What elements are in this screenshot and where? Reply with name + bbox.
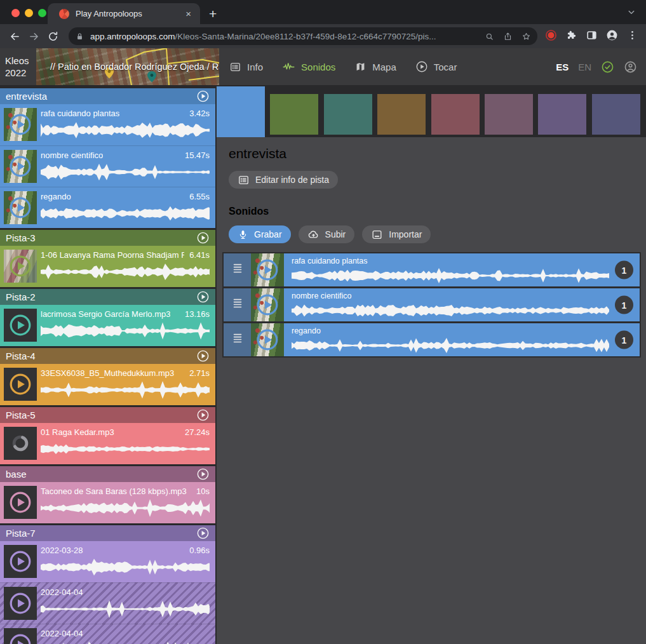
sound-thumbnail[interactable] xyxy=(251,323,284,356)
nav-tocar[interactable]: Tocar xyxy=(415,60,457,73)
sound-thumbnail[interactable] xyxy=(4,108,37,141)
mixer-block-3[interactable] xyxy=(377,94,426,135)
sound-item[interactable]: regando6.55s xyxy=(0,187,215,228)
nav-sonidos[interactable]: Sonidos xyxy=(282,60,335,74)
loading-thumbnail[interactable] xyxy=(4,427,37,460)
mixer-block-1[interactable] xyxy=(270,94,318,135)
tab-close-icon[interactable]: × xyxy=(183,8,194,19)
sound-item[interactable]: rafa cuidando plantas3.42s xyxy=(0,104,215,145)
app-header: Kleos 2022 // Patio en Bordador Rodrígue… xyxy=(0,48,646,85)
sound-content: regando6.55s xyxy=(41,187,215,228)
grabar-button[interactable]: Grabar xyxy=(229,225,291,243)
window-controls[interactable] xyxy=(11,9,46,17)
sound-thumbnail[interactable] xyxy=(4,191,37,224)
mixer-block-5[interactable] xyxy=(485,94,533,135)
nav-info[interactable]: Info xyxy=(229,61,263,73)
sound-thumbnail[interactable] xyxy=(4,150,37,183)
zoom-page-icon[interactable] xyxy=(485,32,494,41)
lang-es[interactable]: ES xyxy=(556,62,569,72)
sound-item[interactable]: 1-06 Lavanya Rama Poorna Shadjam Rupak..… xyxy=(0,246,215,287)
sound-actions: GrabarSubirImportar xyxy=(229,225,646,243)
importar-button[interactable]: Importar xyxy=(362,225,431,243)
bookmark-star-icon[interactable] xyxy=(522,32,531,41)
sound-thumbnail[interactable] xyxy=(4,545,37,578)
panel-sound-row[interactable]: rafa cuidando plantas1 xyxy=(224,253,640,286)
track-header[interactable]: Pista-4 xyxy=(0,348,215,364)
mixer-block-7[interactable] xyxy=(592,94,640,135)
edit-track-info-button[interactable]: Editar info de pista xyxy=(229,171,338,189)
drag-handle[interactable] xyxy=(224,323,251,356)
sound-name: rafa cuidando plantas xyxy=(292,257,609,266)
back-button[interactable] xyxy=(5,30,24,43)
sound-item[interactable]: Taconeo de Sara Baras (128 kbps).mp310s xyxy=(0,482,215,523)
mixer-block-4[interactable] xyxy=(431,94,480,135)
track-header[interactable]: entrevista xyxy=(0,88,215,104)
sound-thumbnail[interactable] xyxy=(251,253,284,286)
tab-search-chevron-icon[interactable] xyxy=(626,6,646,24)
list-icon xyxy=(238,174,250,186)
sound-thumbnail[interactable] xyxy=(4,486,37,519)
sound-item[interactable]: 01 Raga Kedar.mp327.24s xyxy=(0,423,215,464)
play-track-icon[interactable] xyxy=(196,231,210,245)
lang-en[interactable]: EN xyxy=(578,62,591,72)
mixer-block-2[interactable] xyxy=(324,94,372,135)
close-window-icon[interactable] xyxy=(11,9,20,17)
mixer-block-0[interactable] xyxy=(217,86,265,137)
subir-button[interactable]: Subir xyxy=(299,225,355,243)
sound-thumbnail[interactable] xyxy=(4,628,37,644)
sound-thumbnail[interactable] xyxy=(4,368,37,401)
mixer-block-6[interactable] xyxy=(538,94,586,135)
share-icon[interactable] xyxy=(503,32,513,41)
record-extension-icon[interactable] xyxy=(545,29,557,44)
app-logo[interactable]: Kleos 2022 xyxy=(0,55,36,79)
track-header[interactable]: base xyxy=(0,466,215,482)
minimize-window-icon[interactable] xyxy=(25,9,33,17)
play-track-icon[interactable] xyxy=(196,349,210,363)
drag-handle[interactable] xyxy=(224,288,251,321)
map-banner[interactable]: // Patio en Bordador Rodríguez Ojeda / R… xyxy=(36,48,219,85)
track-header[interactable]: Pista-7 xyxy=(0,525,215,541)
forward-button[interactable] xyxy=(24,30,43,43)
extensions-puzzle-icon[interactable] xyxy=(565,29,577,44)
sound-item[interactable]: 33ESX6038_B5_Muthedukkum.mp32.71s xyxy=(0,364,215,405)
sound-thumbnail[interactable] xyxy=(4,250,37,283)
side-panel-icon[interactable] xyxy=(586,29,598,44)
play-track-icon[interactable] xyxy=(196,527,210,540)
play-icon xyxy=(9,592,32,615)
account-icon[interactable] xyxy=(624,60,637,74)
saved-check-icon[interactable] xyxy=(601,60,614,74)
sound-item[interactable]: 2022-04-04 xyxy=(0,582,215,624)
address-bar[interactable]: app.antropoloops.com/Kleos-Santa-Marina/… xyxy=(69,27,537,45)
browser-menu-kebab-icon[interactable] xyxy=(626,29,638,44)
sound-thumbnail[interactable] xyxy=(251,288,284,321)
track-header[interactable]: Pista-2 xyxy=(0,289,215,305)
sound-thumbnail[interactable] xyxy=(4,309,37,342)
play-track-icon[interactable] xyxy=(196,467,210,481)
sound-name: nombre cientifico xyxy=(41,151,103,161)
url-path: /Kleos-Santa-Marina/20ee8112-b37f-459d-8… xyxy=(175,32,436,41)
tracks-sidebar: entrevistarafa cuidando plantas3.42snomb… xyxy=(0,85,215,644)
new-tab-button[interactable]: + xyxy=(200,7,225,24)
play-track-icon[interactable] xyxy=(196,90,210,103)
track-header[interactable]: Pista-3 xyxy=(0,230,215,246)
play-icon xyxy=(9,113,32,136)
sound-item[interactable]: nombre cientifico15.47s xyxy=(0,145,215,187)
track-header[interactable]: Pista-5 xyxy=(0,407,215,423)
panel-sound-row[interactable]: regando1 xyxy=(224,323,640,356)
drag-handle[interactable] xyxy=(224,253,251,286)
sound-item[interactable]: 2022-03-280.96s xyxy=(0,541,215,582)
sound-item[interactable]: 2022-04-04 xyxy=(0,624,215,644)
sound-thumbnail[interactable] xyxy=(4,587,37,620)
zoom-window-icon[interactable] xyxy=(38,9,46,17)
play-track-icon[interactable] xyxy=(196,408,210,422)
browser-tab[interactable]: Play Antropoloops × xyxy=(48,3,200,24)
nav-label: Tocar xyxy=(434,62,457,72)
play-track-icon[interactable] xyxy=(196,290,210,304)
reload-button[interactable] xyxy=(43,30,62,43)
count-badge: 1 xyxy=(615,331,633,349)
header-nav: InfoSonidosMapaTocar xyxy=(229,60,457,74)
sound-item[interactable]: lacrimosa Sergio García Merlo.mp313.16s xyxy=(0,305,215,346)
profile-avatar-icon[interactable] xyxy=(606,29,618,44)
nav-mapa[interactable]: Mapa xyxy=(354,61,396,73)
panel-sound-row[interactable]: nombre cientifico1 xyxy=(224,288,640,321)
